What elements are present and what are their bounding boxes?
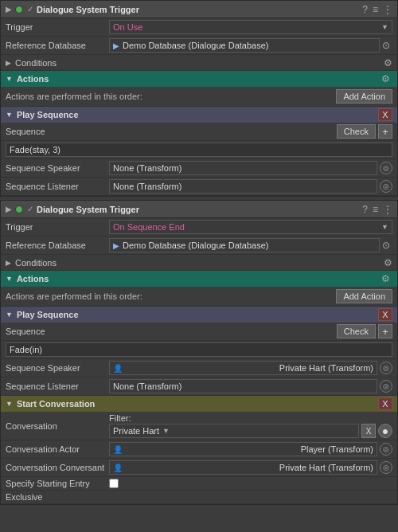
play-seq-x-btn-2[interactable]: X bbox=[378, 308, 392, 321]
expand-arrow-1[interactable]: ▶ bbox=[6, 5, 12, 14]
seq-listener-value-area-2: None (Transform) ◎ bbox=[109, 379, 392, 393]
play-seq-title-2: Play Sequence bbox=[17, 310, 378, 319]
play-seq-x-btn-1[interactable]: X bbox=[378, 108, 392, 121]
seq-speaker-circle-2[interactable]: ◎ bbox=[380, 362, 392, 374]
seq-listener-label-1: Sequence Listener bbox=[6, 182, 109, 191]
conv-actor-field[interactable]: 👤 Player (Transform) bbox=[109, 442, 377, 456]
conv-actor-circle[interactable]: ◎ bbox=[380, 443, 392, 456]
specify-row: Specify Starting Entry bbox=[1, 477, 397, 491]
private-hart-text: Private Hart bbox=[113, 426, 159, 436]
add-action-btn-2[interactable]: Add Action bbox=[336, 289, 392, 303]
conditions-cog-1[interactable]: ⚙ bbox=[384, 57, 392, 68]
check-btn-1[interactable]: Check bbox=[337, 124, 376, 139]
conditions-arrow-1: ▶ bbox=[6, 59, 11, 67]
help-icon-1[interactable]: ? bbox=[362, 4, 368, 15]
seq-speaker-field-1[interactable]: None (Transform) bbox=[109, 161, 377, 175]
trigger-label-2: Trigger bbox=[6, 222, 109, 232]
fade-input-2[interactable] bbox=[6, 342, 392, 357]
plus-btn-1[interactable]: + bbox=[378, 124, 392, 139]
panel-title-1: Dialogue System Trigger bbox=[37, 5, 362, 14]
trigger-dropdown-1[interactable]: On Use ▼ bbox=[109, 20, 392, 34]
conv-conversant-circle[interactable]: ◎ bbox=[380, 461, 392, 474]
conditions-cog-2[interactable]: ⚙ bbox=[384, 257, 392, 268]
enable-toggle-1[interactable] bbox=[15, 6, 23, 14]
seq-speaker-circle-1[interactable]: ◎ bbox=[380, 162, 392, 174]
seq-speaker-field-2[interactable]: 👤 Private Hart (Transform) bbox=[109, 361, 377, 375]
conv-conversant-text: Private Hart (Transform) bbox=[279, 463, 373, 472]
trigger-label-1: Trigger bbox=[6, 22, 109, 32]
start-conv-bar[interactable]: ▼ Start Conversation X bbox=[1, 396, 397, 412]
play-seq-title-1: Play Sequence bbox=[17, 110, 378, 119]
actions-bar-1[interactable]: ▼ Actions ⚙ bbox=[1, 71, 397, 87]
dialogue-trigger-panel-1: ▶ ✓ Dialogue System Trigger ? ≡ ⋮ Trigge… bbox=[0, 0, 398, 197]
ref-db-settings-2[interactable]: ⊙ bbox=[380, 240, 392, 251]
conv-conversant-label: Conversation Conversant bbox=[6, 463, 109, 472]
conv-actor-label: Conversation Actor bbox=[6, 444, 109, 454]
seq-listener-circle-1[interactable]: ◎ bbox=[380, 180, 392, 193]
trigger-dropdown-2[interactable]: On Sequence End ▼ bbox=[109, 220, 392, 234]
conv-actor-text: Player (Transform) bbox=[301, 444, 373, 454]
db-icon-2: ▶ bbox=[113, 241, 119, 250]
filter-dot-btn[interactable]: ● bbox=[378, 424, 392, 438]
actions-title-1: Actions bbox=[17, 74, 379, 84]
trigger-value-text-2: On Sequence End bbox=[113, 222, 185, 232]
seq-speaker-value-area-2: 👤 Private Hart (Transform) ◎ bbox=[109, 361, 392, 375]
trigger-value-area-1: On Use ▼ bbox=[109, 20, 392, 34]
ref-db-field-1: ▶ Demo Database (Dialogue Database) bbox=[109, 38, 380, 53]
actions-settings-2[interactable]: ⚙ bbox=[379, 273, 392, 284]
conv-conversant-value-area: 👤 Private Hart (Transform) ◎ bbox=[109, 460, 392, 475]
seq-listener-field-2[interactable]: None (Transform) bbox=[109, 379, 377, 393]
seq-listener-row-1: Sequence Listener None (Transform) ◎ bbox=[1, 178, 397, 196]
conv-actor-row: Conversation Actor 👤 Player (Transform) … bbox=[1, 440, 397, 459]
sliders-icon-2[interactable]: ≡ bbox=[373, 204, 378, 215]
seq-listener-label-2: Sequence Listener bbox=[6, 381, 109, 391]
actions-title-2: Actions bbox=[17, 274, 379, 284]
dots-icon-2[interactable]: ⋮ bbox=[383, 204, 392, 215]
seq-listener-field-1[interactable]: None (Transform) bbox=[109, 179, 377, 194]
actions-expand-2: ▼ bbox=[6, 275, 13, 283]
actions-order-text-1: Actions are performed in this order: bbox=[6, 92, 336, 101]
help-icon-2[interactable]: ? bbox=[362, 204, 368, 215]
seq-speaker-label-1: Sequence Speaker bbox=[6, 163, 109, 173]
check-btn-2[interactable]: Check bbox=[337, 324, 376, 338]
seq-speaker-label-2: Sequence Speaker bbox=[6, 363, 109, 373]
fade-input-1[interactable] bbox=[6, 143, 392, 157]
enable-toggle-2[interactable] bbox=[15, 205, 23, 213]
sequence-row-1: Sequence Check + bbox=[1, 123, 397, 141]
checkbox-icon-2: ✓ bbox=[27, 205, 33, 213]
expand-arrow-2[interactable]: ▶ bbox=[6, 205, 12, 213]
plus-btn-2[interactable]: + bbox=[378, 324, 392, 338]
conv-conversant-field[interactable]: 👤 Private Hart (Transform) bbox=[109, 460, 377, 475]
trigger-value-area-2: On Sequence End ▼ bbox=[109, 220, 392, 234]
dots-icon-1[interactable]: ⋮ bbox=[383, 4, 392, 15]
seq-speaker-row-1: Sequence Speaker None (Transform) ◎ bbox=[1, 159, 397, 178]
header-icons-2: ? ≡ ⋮ bbox=[362, 204, 392, 215]
filter-dropdown[interactable]: Private Hart ▼ bbox=[109, 424, 359, 438]
sliders-icon-1[interactable]: ≡ bbox=[373, 4, 378, 15]
exclusive-label: Exclusive bbox=[6, 492, 109, 502]
trigger-dropdown-arrow-2: ▼ bbox=[381, 223, 388, 231]
actions-settings-1[interactable]: ⚙ bbox=[379, 73, 392, 84]
ref-db-label-2: Reference Database bbox=[6, 241, 109, 250]
filter-bottom: Private Hart ▼ X ● bbox=[109, 424, 392, 438]
person-icon-actor: 👤 bbox=[113, 445, 123, 454]
seq-listener-circle-2[interactable]: ◎ bbox=[380, 380, 392, 393]
specify-label: Specify Starting Entry bbox=[6, 479, 109, 488]
filter-x-btn[interactable]: X bbox=[361, 424, 376, 438]
conversation-label: Conversation bbox=[6, 421, 109, 431]
filter-text: Filter: bbox=[109, 413, 392, 423]
seq-speaker-text-1: None (Transform) bbox=[113, 163, 181, 173]
add-action-btn-1[interactable]: Add Action bbox=[336, 89, 392, 104]
actions-order-row-1: Actions are performed in this order: Add… bbox=[1, 87, 397, 107]
start-conv-x-btn[interactable]: X bbox=[378, 397, 392, 410]
sequence-label-1: Sequence bbox=[6, 127, 69, 136]
header-icons-1: ? ≡ ⋮ bbox=[362, 4, 392, 15]
ref-db-settings-1[interactable]: ⊙ bbox=[380, 40, 392, 51]
seq-listener-row-2: Sequence Listener None (Transform) ◎ bbox=[1, 377, 397, 396]
sequence-label-2: Sequence bbox=[6, 327, 69, 336]
actions-bar-2[interactable]: ▼ Actions ⚙ bbox=[1, 271, 397, 287]
ref-db-value-area-1: ▶ Demo Database (Dialogue Database) ⊙ bbox=[109, 38, 392, 53]
filter-dropdown-arrow: ▼ bbox=[162, 427, 170, 435]
specify-checkbox[interactable] bbox=[109, 479, 119, 488]
panel-header-2: ▶ ✓ Dialogue System Trigger ? ≡ ⋮ bbox=[1, 201, 397, 218]
